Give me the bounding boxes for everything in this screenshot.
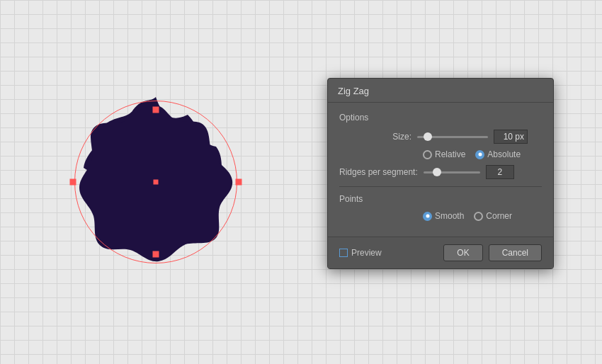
handle-bottom[interactable] [153,251,159,258]
handle-top[interactable] [153,107,159,113]
size-value-input[interactable] [494,130,528,144]
points-section: Points Smooth Corner [339,194,542,221]
preview-container: Preview [339,248,438,258]
dialog-body: Options Size: Relative Absolute [328,103,553,237]
points-radio-row: Smooth Corner [339,211,542,221]
absolute-radio[interactable] [475,150,484,159]
corner-label: Corner [486,211,512,221]
cancel-button[interactable]: Cancel [489,244,542,261]
smooth-radio[interactable] [423,212,432,221]
ridges-slider-container [424,165,542,179]
relative-radio[interactable] [423,150,432,159]
ridges-value-input[interactable] [486,165,514,179]
preview-checkbox[interactable] [339,249,348,257]
relative-radio-item[interactable]: Relative [423,149,465,159]
size-slider[interactable] [417,136,488,138]
canvas: Zig Zag Options Size: Relative [0,0,602,364]
ridges-label: Ridges per segment: [339,167,424,177]
absolute-radio-item[interactable]: Absolute [475,149,521,159]
ok-button[interactable]: OK [443,244,482,261]
dialog: Zig Zag Options Size: Relative [327,78,554,269]
options-section-label: Options [339,113,542,123]
relative-absolute-row: Relative Absolute [339,149,542,159]
size-label: Size: [339,132,417,142]
size-row: Size: [339,130,542,144]
absolute-label: Absolute [487,149,521,159]
ridges-row: Ridges per segment: [339,165,542,179]
handle-center[interactable] [154,180,159,185]
handle-left[interactable] [70,179,76,186]
dialog-title: Zig Zag [328,79,553,103]
handle-right[interactable] [236,179,242,186]
size-slider-container [417,130,542,144]
preview-label: Preview [351,248,382,258]
section-divider [339,186,542,187]
dialog-footer: Preview OK Cancel [328,237,553,268]
corner-radio-item[interactable]: Corner [474,211,512,221]
ridges-slider[interactable] [424,171,480,174]
shape-container [50,76,262,288]
smooth-radio-item[interactable]: Smooth [423,211,464,221]
corner-radio[interactable] [474,212,483,221]
smooth-label: Smooth [435,211,464,221]
points-section-label: Points [339,194,542,204]
relative-label: Relative [435,149,465,159]
